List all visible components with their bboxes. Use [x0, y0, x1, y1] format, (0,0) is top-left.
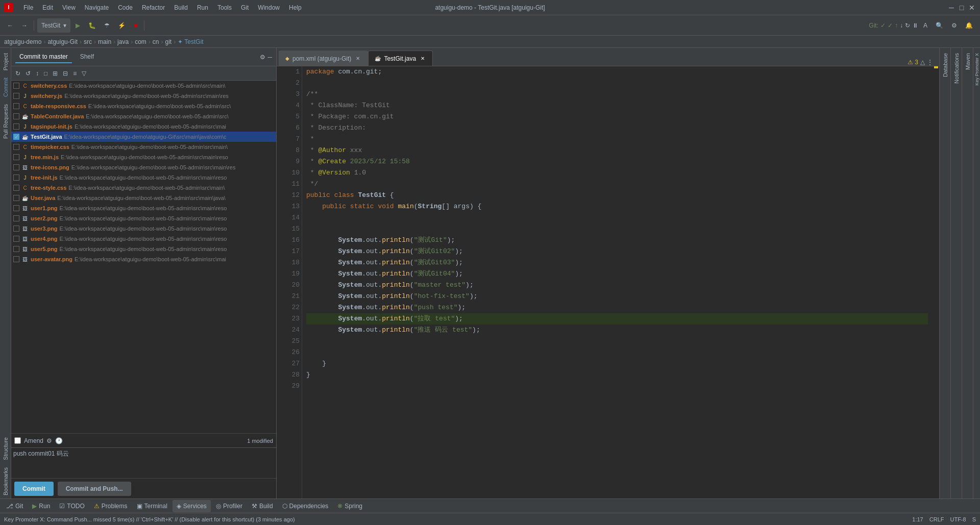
encoding[interactable]: UTF-8 — [950, 516, 966, 522]
file-checkbox[interactable] — [13, 215, 19, 221]
file-list-item[interactable]: ☕User.java E:\idea-workspace\atguigu-dem… — [11, 193, 276, 203]
debug-button[interactable]: 🐛 — [85, 18, 99, 33]
file-checkbox[interactable] — [13, 144, 19, 150]
breadcrumb-src[interactable]: src — [84, 38, 92, 45]
file-list-item[interactable]: Ctable-responsive.css E:\idea-workspace\… — [11, 101, 276, 111]
file-list-item[interactable]: 🖼user5.png E:\idea-workspace\atguigu-dem… — [11, 244, 276, 254]
bottom-tab-run[interactable]: ▶ Run — [28, 500, 54, 512]
database-label[interactable]: Database — [941, 50, 950, 80]
tab-pom-xml[interactable]: ◆ pom.xml (atguigu-Git) ✕ — [279, 51, 368, 66]
file-list-item[interactable]: Jtree.min.js E:\idea-workspace\atguigu-d… — [11, 152, 276, 162]
bottom-tab-profiler[interactable]: ◎ Profiler — [212, 500, 247, 512]
run-button[interactable]: ▶ — [72, 18, 83, 33]
editor-expand-icon[interactable]: △ — [920, 59, 925, 66]
left-tab-pull-requests[interactable]: Pull Requests — [1, 101, 10, 142]
left-tab-commit[interactable]: Commit — [1, 74, 10, 100]
bottom-tab-services[interactable]: ◈ Services — [173, 500, 211, 512]
refresh-icon[interactable]: ↻ — [13, 69, 22, 78]
menu-code[interactable]: Code — [114, 3, 137, 12]
file-list-item[interactable]: Jswitchery.js E:\idea-workspace\atguigu-… — [11, 91, 276, 101]
tab-shelf[interactable]: Shelf — [76, 51, 98, 63]
bottom-tab-problems[interactable]: ⚠ Problems — [90, 500, 132, 512]
file-list-item[interactable]: Ctimepicker.css E:\idea-workspace\atguig… — [11, 142, 276, 152]
left-tab-project[interactable]: Project — [1, 50, 10, 73]
bottom-tab-dependencies[interactable]: ⬡ Dependencies — [278, 500, 333, 512]
commit-close-icon[interactable]: ─ — [267, 54, 272, 61]
file-list-item[interactable]: Jtree-init.js E:\idea-workspace\atguigu-… — [11, 172, 276, 183]
file-list-item[interactable]: Ctree-style.css E:\idea-workspace\atguig… — [11, 183, 276, 193]
coverage-button[interactable]: ☂ — [101, 18, 113, 33]
amend-checkbox[interactable] — [14, 437, 21, 444]
editor-options-icon[interactable]: ⋮ — [927, 59, 933, 66]
tab-commit-to-master[interactable]: Commit to master — [15, 51, 72, 63]
menu-help[interactable]: Help — [285, 3, 306, 12]
menu-git[interactable]: Git — [237, 3, 253, 12]
file-list-item[interactable]: 🖼tree-icons.png E:\idea-workspace\atguig… — [11, 162, 276, 172]
search-everywhere-button[interactable]: 🔍 — [933, 18, 946, 33]
file-checkbox[interactable] — [13, 205, 19, 211]
file-checkbox[interactable] — [13, 256, 19, 262]
translate-button[interactable]: A — [920, 18, 930, 33]
commit-message-input[interactable] — [13, 451, 274, 458]
file-checkbox[interactable] — [13, 195, 19, 201]
key-promoter-label[interactable]: Key Promoter X — [973, 50, 981, 89]
collapse-icon[interactable]: ⊟ — [61, 69, 70, 78]
breadcrumb-cn[interactable]: cn — [153, 38, 159, 45]
breadcrumb-git[interactable]: git — [165, 38, 172, 45]
breadcrumb-main[interactable]: main — [98, 38, 111, 45]
menu-build[interactable]: Build — [170, 3, 192, 12]
file-list-item[interactable]: Jtagsinput-init.js E:\idea-workspace\atg… — [11, 121, 276, 132]
file-list-item[interactable]: ✓☕TestGit.java E:\idea-workspace\atguigu… — [11, 132, 276, 142]
filter-icon[interactable]: ▽ — [80, 69, 88, 78]
file-checkbox[interactable] — [13, 185, 19, 191]
sort-icon[interactable]: ≡ — [71, 69, 79, 78]
file-checkbox[interactable] — [13, 103, 19, 109]
file-checkbox[interactable] — [13, 174, 19, 181]
settings-button[interactable]: ⚙ — [948, 18, 960, 33]
toolbar-forward[interactable]: → — [18, 18, 31, 33]
commit-and-push-button[interactable]: Commit and Push... — [58, 482, 131, 496]
file-list-item[interactable]: 🖼user4.png E:\idea-workspace\atguigu-dem… — [11, 234, 276, 244]
file-list-item[interactable]: 🖼user1.png E:\idea-workspace\atguigu-dem… — [11, 203, 276, 213]
file-list-item[interactable]: 🖼user3.png E:\idea-workspace\atguigu-dem… — [11, 223, 276, 234]
tab-testgit-java[interactable]: ☕ TestGit.java ✕ — [368, 51, 433, 66]
stop-button[interactable]: ■ — [131, 18, 140, 33]
file-list-item[interactable]: 🖼user-avatar.png E:\idea-workspace\atgui… — [11, 254, 276, 264]
menu-refactor[interactable]: Refactor — [138, 3, 169, 12]
toolbar-run-config[interactable]: TestGit ▾ — [37, 18, 70, 33]
bottom-tab-build[interactable]: ⚒ Build — [248, 500, 277, 512]
file-checkbox[interactable]: ✓ — [13, 134, 19, 140]
minimize-button[interactable]: ─ — [947, 4, 955, 12]
left-tab-bookmarks[interactable]: Bookmarks — [1, 464, 10, 498]
breadcrumb-project[interactable]: atguigu-demo — [4, 38, 41, 45]
file-checkbox[interactable] — [13, 113, 19, 119]
line-separator[interactable]: CRLF — [929, 516, 944, 522]
menu-navigate[interactable]: Navigate — [81, 3, 113, 12]
profile-button[interactable]: ⚡ — [115, 18, 129, 33]
menu-window[interactable]: Window — [254, 3, 284, 12]
commit-button[interactable]: Commit — [14, 482, 54, 496]
menu-view[interactable]: View — [58, 3, 80, 12]
left-tab-structure[interactable]: Structure — [1, 434, 10, 463]
expand-icon[interactable]: ⊞ — [51, 69, 60, 78]
file-checkbox[interactable] — [13, 93, 19, 99]
breadcrumb-com[interactable]: com — [135, 38, 146, 45]
breadcrumb-module[interactable]: atguigu-Git — [47, 38, 78, 45]
file-list-item[interactable]: ☕TableController.java E:\idea-workspace\… — [11, 111, 276, 121]
file-checkbox[interactable] — [13, 154, 19, 160]
file-checkbox[interactable] — [13, 246, 19, 252]
menu-edit[interactable]: Edit — [38, 3, 57, 12]
file-list-item[interactable]: Cswitchery.css E:\idea-workspace\atguigu… — [11, 81, 276, 91]
toolbar-back[interactable]: ← — [4, 18, 16, 33]
group-icon[interactable]: □ — [42, 69, 50, 78]
bottom-tab-git[interactable]: ⎇ Git — [2, 500, 27, 512]
file-checkbox[interactable] — [13, 164, 19, 170]
undo-icon[interactable]: ↺ — [23, 69, 33, 78]
bottom-tab-spring[interactable]: ❋ Spring — [333, 500, 366, 512]
file-checkbox[interactable] — [13, 123, 19, 130]
cursor-position[interactable]: 1:17 — [912, 516, 923, 522]
amend-history-icon[interactable]: 🕐 — [55, 437, 63, 444]
maven-label[interactable]: Maven — [963, 50, 972, 73]
notifications-button[interactable]: 🔔 — [962, 18, 976, 33]
file-checkbox[interactable] — [13, 83, 19, 89]
